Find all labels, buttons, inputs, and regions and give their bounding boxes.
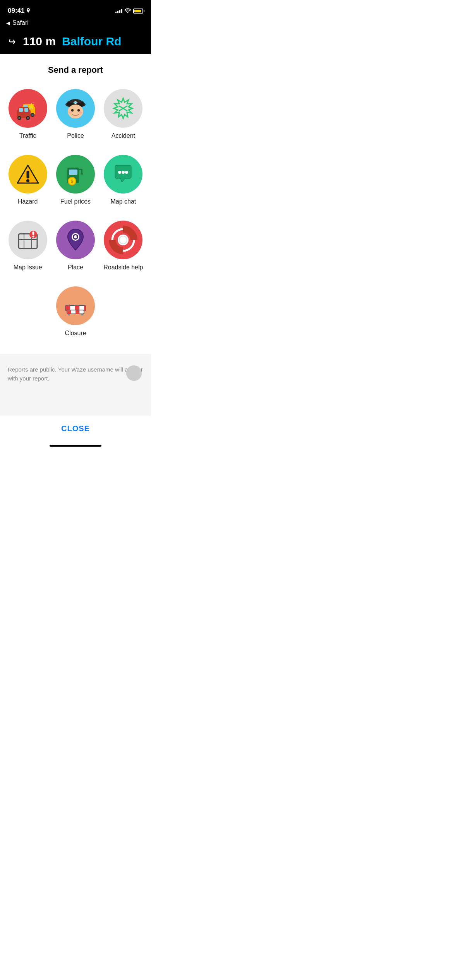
status-bar: 09:41	[0, 0, 151, 19]
report-item-hazard[interactable]: Hazard	[4, 149, 51, 214]
svg-point-21	[74, 102, 77, 103]
wifi-icon	[125, 8, 131, 14]
police-icon-circle	[56, 89, 95, 128]
report-item-police[interactable]: Police	[51, 83, 99, 149]
location-icon	[26, 8, 31, 14]
report-item-roadside[interactable]: Roadside help	[100, 214, 147, 280]
svg-rect-48	[32, 231, 34, 235]
svg-rect-10	[19, 108, 23, 112]
report-item-accident[interactable]: Accident	[100, 83, 147, 149]
roadside-icon	[111, 228, 136, 252]
traffic-icon	[14, 98, 41, 119]
time-display: 09:41	[8, 7, 24, 15]
police-label: Police	[67, 132, 84, 139]
svg-point-24	[77, 109, 80, 111]
svg-point-53	[76, 235, 77, 236]
police-icon	[63, 96, 88, 121]
nav-bar: ↪ 110 m Balfour Rd	[0, 30, 151, 54]
svg-rect-65	[67, 310, 71, 314]
svg-rect-63	[84, 305, 89, 311]
public-note: Reports are public. Your Waze username w…	[8, 365, 143, 383]
status-time: 09:41	[8, 7, 31, 15]
report-item-traffic[interactable]: Traffic	[4, 83, 51, 149]
report-item-closure[interactable]: Closure	[53, 280, 98, 346]
svg-point-15	[27, 117, 29, 119]
roadside-icon-circle	[104, 221, 142, 259]
closure-icon	[62, 295, 89, 317]
svg-point-49	[32, 236, 34, 238]
traffic-icon-circle	[9, 89, 47, 128]
closure-icon-circle	[56, 286, 95, 325]
svg-point-26	[79, 111, 82, 114]
accident-icon	[110, 97, 136, 120]
battery-icon	[133, 9, 143, 14]
close-button[interactable]: CLOSE	[0, 416, 151, 442]
svg-rect-31	[26, 171, 29, 178]
back-arrow-icon[interactable]: ◀	[6, 20, 10, 26]
svg-point-32	[26, 179, 29, 182]
svg-point-25	[69, 111, 72, 114]
bottom-section: Reports are public. Your Waze username w…	[0, 354, 151, 416]
place-icon-circle	[56, 221, 95, 259]
place-icon	[64, 228, 87, 253]
turn-arrow-icon: ↪	[9, 35, 15, 48]
report-item-place[interactable]: Place	[51, 214, 99, 280]
svg-point-40	[118, 171, 121, 174]
scroll-handle[interactable]	[126, 365, 142, 381]
safari-bar[interactable]: ◀ Safari	[0, 19, 151, 30]
safari-label: Safari	[12, 19, 29, 26]
fuel-icon: $	[63, 162, 88, 187]
signal-icon	[115, 9, 122, 13]
place-label: Place	[68, 264, 83, 271]
svg-point-7	[31, 114, 34, 116]
report-item-fuel[interactable]: $ Fuel prices	[51, 149, 99, 214]
svg-rect-66	[76, 310, 79, 314]
svg-rect-37	[81, 173, 83, 175]
traffic-label: Traffic	[19, 132, 36, 139]
mapchat-label: Map chat	[110, 198, 136, 205]
svg-point-22	[68, 105, 83, 118]
fuel-label: Fuel prices	[60, 198, 91, 205]
nav-distance: 110 m	[23, 35, 56, 48]
svg-text:$: $	[71, 179, 74, 184]
page-title: Send a report	[0, 54, 151, 83]
mapissue-icon	[15, 228, 40, 252]
closure-label: Closure	[65, 330, 86, 337]
svg-point-13	[18, 117, 21, 119]
svg-point-42	[125, 171, 128, 174]
fuel-icon-circle: $	[56, 155, 95, 194]
hazard-icon-circle	[9, 155, 47, 194]
svg-point-41	[122, 171, 125, 174]
mapchat-icon	[111, 162, 135, 186]
status-indicators	[115, 8, 143, 14]
nav-street: Balfour Rd	[62, 35, 121, 48]
mapchat-icon-circle	[104, 155, 142, 194]
accident-label: Accident	[112, 132, 135, 139]
mapissue-label: Map Issue	[14, 264, 42, 271]
hazard-label: Hazard	[18, 198, 38, 205]
hazard-icon	[16, 163, 40, 185]
closure-row: Closure	[0, 280, 151, 346]
report-grid: Traffic	[0, 83, 151, 280]
roadside-label: Roadside help	[103, 264, 143, 271]
svg-rect-36	[81, 169, 82, 174]
svg-rect-11	[24, 108, 28, 112]
mapissue-icon-circle	[9, 221, 47, 259]
home-indicator	[50, 445, 101, 447]
svg-point-23	[71, 109, 74, 111]
accident-icon-circle	[104, 89, 142, 128]
report-item-mapchat[interactable]: Map chat	[100, 149, 147, 214]
svg-rect-34	[69, 170, 77, 175]
report-item-mapissue[interactable]: Map Issue	[4, 214, 51, 280]
main-content: Send a report	[0, 54, 151, 354]
